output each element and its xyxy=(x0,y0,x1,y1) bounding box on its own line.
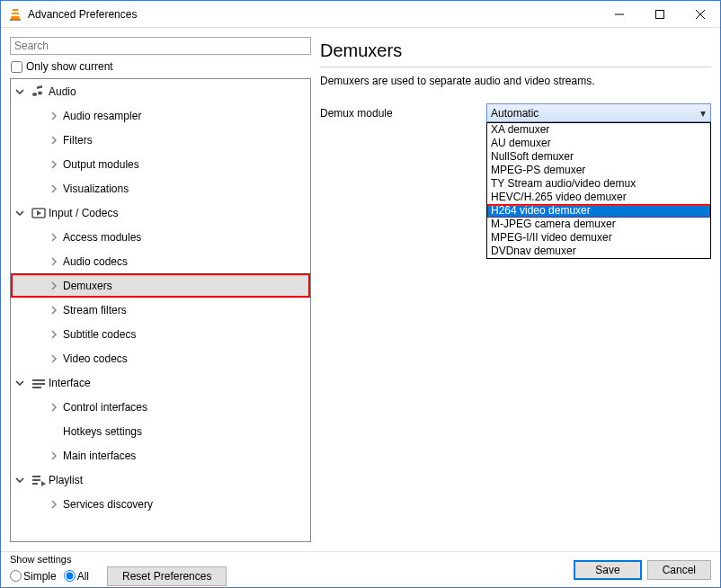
tree-item-label: Stream filters xyxy=(63,304,127,316)
demux-label: Demux module xyxy=(320,107,477,120)
tree-item[interactable]: Audio resampler xyxy=(11,103,310,128)
tree-item-label: Demuxers xyxy=(63,280,112,292)
content: Only show current AudioAudio resamplerFi… xyxy=(1,28,720,551)
chevron-right-icon xyxy=(45,160,63,169)
tree-category-label: Input / Codecs xyxy=(49,207,118,219)
show-settings: Show settings Simple All Reset Preferenc… xyxy=(10,554,227,586)
tree-category-interface[interactable]: Interface xyxy=(11,370,310,395)
chevron-down-icon xyxy=(11,209,29,218)
pane-title: Demuxers xyxy=(320,40,711,61)
chevron-right-icon xyxy=(45,257,63,266)
show-settings-label: Show settings xyxy=(10,554,227,565)
bottom-bar: Show settings Simple All Reset Preferenc… xyxy=(1,551,720,587)
chevron-right-icon xyxy=(45,306,63,315)
tree-item[interactable]: Visualizations xyxy=(11,176,310,200)
window: Advanced Preferences Only show current A… xyxy=(0,0,721,588)
demux-combobox[interactable]: Automatic ▾ xyxy=(486,103,711,122)
svg-marker-15 xyxy=(41,481,46,486)
chevron-down-icon xyxy=(11,87,29,96)
chevron-right-icon xyxy=(45,330,63,339)
tree-item[interactable]: Filters xyxy=(11,128,310,152)
playlist-icon xyxy=(29,473,49,487)
dropdown-option[interactable]: H264 video demuxer xyxy=(487,204,710,218)
dropdown-option[interactable]: MPEG-I/II video demuxer xyxy=(487,231,710,245)
preference-tree[interactable]: AudioAudio resamplerFiltersOutput module… xyxy=(11,79,310,541)
demux-row: Demux module Automatic ▾ XA demuxerAU de… xyxy=(320,103,711,122)
svg-marker-8 xyxy=(37,210,41,216)
dropdown-option[interactable]: NullSoft demuxer xyxy=(487,150,710,164)
tree-item[interactable]: Demuxers xyxy=(11,273,310,298)
chevron-right-icon xyxy=(45,136,63,145)
dropdown-option[interactable]: DVDnav demuxer xyxy=(487,245,710,258)
svg-rect-12 xyxy=(32,476,40,477)
save-button[interactable]: Save xyxy=(574,560,641,580)
demux-dropdown: XA demuxerAU demuxerNullSoft demuxerMPEG… xyxy=(486,122,711,259)
chevron-right-icon xyxy=(45,354,63,363)
tree-item-label: Output modules xyxy=(63,158,139,171)
tree-item-label: Audio codecs xyxy=(63,255,128,268)
dropdown-option[interactable]: TY Stream audio/video demux xyxy=(487,177,710,191)
reset-preferences-button[interactable]: Reset Preferences xyxy=(107,566,227,586)
chevron-right-icon xyxy=(45,500,63,509)
svg-rect-14 xyxy=(32,483,38,485)
tree-item-label: Hotkeys settings xyxy=(63,425,142,438)
input-icon xyxy=(29,206,49,220)
tree-item[interactable]: Subtitle codecs xyxy=(11,322,310,346)
dropdown-option[interactable]: M-JPEG camera demuxer xyxy=(487,218,710,231)
interface-icon xyxy=(29,376,49,390)
radio-simple-input[interactable] xyxy=(10,570,22,582)
minimize-button[interactable] xyxy=(599,1,639,27)
svg-rect-9 xyxy=(32,379,45,381)
chevron-right-icon xyxy=(45,451,63,460)
tree-category-label: Audio xyxy=(49,85,76,98)
tree-category-audio[interactable]: Audio xyxy=(11,79,310,103)
tree-item-label: Visualizations xyxy=(63,183,129,195)
demux-dropdown-list[interactable]: XA demuxerAU demuxerNullSoft demuxerMPEG… xyxy=(487,123,710,258)
svg-rect-2 xyxy=(10,19,21,21)
only-show-current[interactable]: Only show current xyxy=(10,58,311,75)
title-divider xyxy=(320,67,711,67)
tree-item-label: Access modules xyxy=(63,231,141,244)
tree-item[interactable]: Video codecs xyxy=(11,346,310,370)
svg-rect-0 xyxy=(11,14,20,16)
tree-category-input_codecs[interactable]: Input / Codecs xyxy=(11,200,310,225)
chevron-right-icon xyxy=(45,233,63,242)
dropdown-option[interactable]: AU demuxer xyxy=(487,137,710,150)
tree-item[interactable]: Hotkeys settings xyxy=(11,419,310,443)
tree-category-playlist[interactable]: Playlist xyxy=(11,468,310,492)
tree-category-label: Playlist xyxy=(49,474,83,486)
audio-icon xyxy=(29,85,49,99)
svg-rect-11 xyxy=(32,387,41,388)
tree-item[interactable]: Services discovery xyxy=(11,492,310,516)
close-button[interactable] xyxy=(680,1,720,27)
only-show-current-label: Only show current xyxy=(26,60,113,73)
only-show-current-checkbox[interactable] xyxy=(11,61,22,73)
radio-all-input[interactable] xyxy=(64,570,76,582)
maximize-button[interactable] xyxy=(639,1,680,27)
chevron-right-icon xyxy=(45,403,63,412)
tree-item[interactable]: Audio codecs xyxy=(11,249,310,273)
tree-item[interactable]: Output modules xyxy=(11,152,310,176)
chevron-right-icon xyxy=(45,281,63,290)
search-input[interactable] xyxy=(10,37,311,55)
svg-rect-13 xyxy=(32,479,40,481)
show-settings-radios: Simple All Reset Preferences xyxy=(10,566,227,586)
tree-item[interactable]: Access modules xyxy=(11,225,310,249)
window-title: Advanced Preferences xyxy=(28,8,599,21)
dropdown-option[interactable]: XA demuxer xyxy=(487,123,710,137)
window-controls xyxy=(599,1,720,27)
tree-item[interactable]: Control interfaces xyxy=(11,395,310,419)
tree-category-label: Interface xyxy=(49,377,91,389)
dropdown-option[interactable]: MPEG-PS demuxer xyxy=(487,164,710,177)
right-pane: Demuxers Demuxers are used to separate a… xyxy=(320,37,711,542)
chevron-down-icon xyxy=(11,476,29,485)
chevron-down-icon: ▾ xyxy=(696,107,710,120)
tree-item[interactable]: Stream filters xyxy=(11,298,310,322)
vlc-icon xyxy=(8,7,22,22)
tree-item-label: Main interfaces xyxy=(63,450,136,462)
dropdown-option[interactable]: HEVC/H.265 video demuxer xyxy=(487,191,710,204)
tree-item[interactable]: Main interfaces xyxy=(11,443,310,468)
cancel-button[interactable]: Cancel xyxy=(647,560,711,580)
radio-all[interactable]: All xyxy=(64,570,89,583)
radio-simple[interactable]: Simple xyxy=(10,570,57,583)
